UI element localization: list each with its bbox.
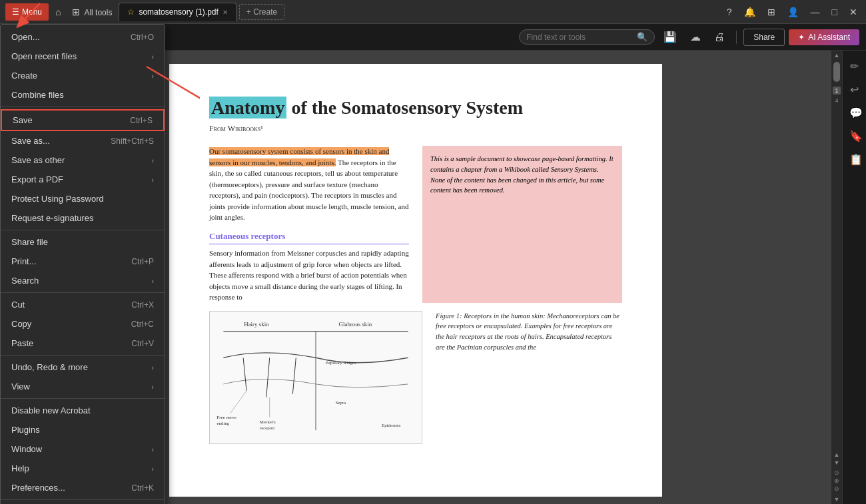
menu-item-print[interactable]: Print... Ctrl+P — [1, 252, 165, 271]
menu-plugins-label: Plugins — [11, 425, 154, 435]
menu-saveasother-label: Save as other — [11, 155, 151, 165]
menu-item-esign[interactable]: Request e-signatures — [1, 208, 165, 228]
bell-icon[interactable]: 🔔 — [741, 5, 759, 19]
tab-close-button[interactable]: ✕ — [222, 9, 228, 16]
menu-preferences-label: Preferences... — [11, 483, 131, 493]
menu-item-saveas[interactable]: Save as... Shift+Ctrl+S — [1, 131, 165, 150]
ai-label: AI Assistant — [808, 33, 850, 42]
scroll-up-arrow[interactable]: ▲ — [833, 51, 841, 60]
menu-item-combine[interactable]: Combine files — [1, 85, 165, 105]
close-window-icon[interactable]: ✕ — [846, 5, 861, 19]
zoom-in-icon[interactable]: ⊕ — [834, 477, 839, 484]
zoom-reset-icon[interactable]: ⊙ — [834, 469, 839, 476]
scroll-next-arrow[interactable]: ▼ — [834, 459, 840, 466]
menu-combine-label: Combine files — [11, 90, 154, 100]
vertical-scrollbar[interactable]: ▲ 1 4 ▲ ▼ ⊙ ⊕ ⊖ ▼ — [831, 51, 842, 504]
menu-item-saveasother[interactable]: Save as other › — [1, 150, 165, 170]
share-button[interactable]: Share — [743, 29, 785, 46]
page-4-badge: 4 — [835, 97, 838, 104]
create-tab-button[interactable]: + Create — [239, 4, 284, 20]
menu-search-arrow: › — [151, 277, 154, 285]
all-tools-button[interactable]: ⊞ All tools — [68, 4, 117, 20]
figure-caption: Figure 1: Receptors in the human skin: M… — [436, 311, 622, 447]
cloud-button[interactable]: ☁ — [685, 28, 705, 46]
menu-item-export[interactable]: Export a PDF › — [1, 170, 165, 189]
star-icon: ☆ — [127, 7, 135, 17]
menu-item-view[interactable]: View › — [1, 377, 165, 396]
tab-pdf[interactable]: ☆ somatosensory (1).pdf ✕ — [119, 3, 236, 21]
home-button[interactable]: ⌂ — [51, 4, 65, 20]
menu-item-paste[interactable]: Paste Ctrl+V — [1, 334, 165, 353]
svg-line-8 — [230, 390, 246, 413]
help-icon[interactable]: ? — [723, 5, 735, 19]
menu-item-disable-acrobat[interactable]: Disable new Acrobat — [1, 401, 165, 420]
bookmark-icon[interactable]: 🔖 — [845, 126, 864, 146]
maximize-icon[interactable]: □ — [829, 5, 841, 19]
menu-esign-label: Request e-signatures — [11, 213, 154, 223]
menu-paste-shortcut: Ctrl+V — [131, 339, 154, 348]
ai-icon: ✦ — [798, 33, 805, 42]
menu-help-label: Help — [11, 463, 151, 473]
scroll-controls: ▲ ▼ ⊙ ⊕ ⊖ — [834, 451, 840, 492]
scroll-prev-arrow[interactable]: ▲ — [834, 451, 840, 458]
pdf-body-left: Our somatosensory system consists of sen… — [209, 146, 409, 303]
dropdown-menu: Open... Ctrl+O Open recent files › Creat… — [0, 24, 165, 504]
section-title: Cutaneous receptors — [209, 230, 409, 245]
hamburger-icon: ☰ — [12, 7, 19, 17]
ai-assistant-button[interactable]: ✦ AI Assistant — [789, 29, 859, 45]
minimize-icon[interactable]: — — [807, 5, 823, 19]
figure-area: Hairy skin Glabrous skin Free nerve — [209, 311, 622, 447]
save-icon-button[interactable]: 💾 — [659, 28, 681, 46]
menu-separator-5 — [1, 398, 165, 399]
menu-create-arrow: › — [151, 72, 154, 80]
pdf-title: Anatomy of the Somatosensory System — [209, 97, 622, 119]
profile-icon[interactable]: 👤 — [784, 5, 802, 19]
find-input[interactable] — [526, 33, 633, 42]
toolbar-separator-2 — [736, 31, 737, 44]
menu-item-cut[interactable]: Cut Ctrl+X — [1, 295, 165, 314]
print-button[interactable]: 🖨 — [709, 29, 729, 46]
menu-openrecent-label: Open recent files — [11, 51, 151, 61]
menu-item-copy[interactable]: Copy Ctrl+C — [1, 314, 165, 334]
menu-protect-label: Protect Using Password — [11, 194, 154, 204]
svg-text:ending: ending — [217, 421, 230, 425]
menu-open-shortcut: Ctrl+O — [131, 33, 154, 42]
menu-openrecent-arrow: › — [151, 53, 154, 61]
menu-separator-1 — [1, 107, 165, 107]
menu-print-shortcut: Ctrl+P — [131, 257, 154, 266]
scroll-down-arrow[interactable]: ▼ — [833, 495, 841, 504]
apps-icon[interactable]: ⊞ — [764, 5, 779, 19]
menu-item-search[interactable]: Search › — [1, 271, 165, 290]
rotate-icon[interactable]: ↩ — [845, 79, 864, 100]
menu-item-window[interactable]: Window › — [1, 439, 165, 459]
pdf-from: From Wikibooks¹ — [209, 124, 622, 134]
menu-cut-label: Cut — [11, 300, 131, 310]
menu-help-arrow: › — [151, 465, 154, 473]
menu-item-plugins[interactable]: Plugins — [1, 420, 165, 439]
menu-item-help[interactable]: Help › — [1, 459, 165, 478]
scroll-thumb[interactable] — [833, 62, 840, 82]
clipboard-icon[interactable]: 📋 — [845, 149, 864, 170]
menu-create-label: Create — [11, 71, 151, 81]
menu-item-open-recent[interactable]: Open recent files › — [1, 47, 165, 66]
menu-item-open[interactable]: Open... Ctrl+O — [1, 27, 165, 47]
menu-disable-acrobat-label: Disable new Acrobat — [11, 405, 154, 415]
zoom-out-icon[interactable]: ⊖ — [834, 485, 839, 492]
menu-item-preferences[interactable]: Preferences... Ctrl+K — [1, 478, 165, 497]
comment-icon[interactable]: 💬 — [845, 103, 864, 123]
svg-text:Glabrous skin: Glabrous skin — [339, 320, 372, 327]
figure-image: Hairy skin Glabrous skin Free nerve — [209, 311, 422, 447]
menu-item-share[interactable]: Share file — [1, 232, 165, 252]
menu-saveasother-arrow: › — [151, 156, 154, 164]
menu-item-create[interactable]: Create › — [1, 66, 165, 85]
menu-item-save[interactable]: Save Ctrl+S — [1, 109, 165, 131]
title-normal: of the Somatosensory System — [286, 97, 523, 118]
tab-filename: somatosensory (1).pdf — [139, 7, 218, 17]
menu-save-shortcut: Ctrl+S — [130, 116, 153, 125]
menu-item-protect[interactable]: Protect Using Password — [1, 189, 165, 208]
menu-paste-label: Paste — [11, 338, 131, 348]
menu-item-undoredo[interactable]: Undo, Redo & more › — [1, 358, 165, 377]
svg-text:Hairy skin: Hairy skin — [244, 320, 269, 327]
edit-icon[interactable]: ✏ — [845, 56, 864, 77]
menu-button[interactable]: ☰ Menu — [5, 3, 49, 21]
